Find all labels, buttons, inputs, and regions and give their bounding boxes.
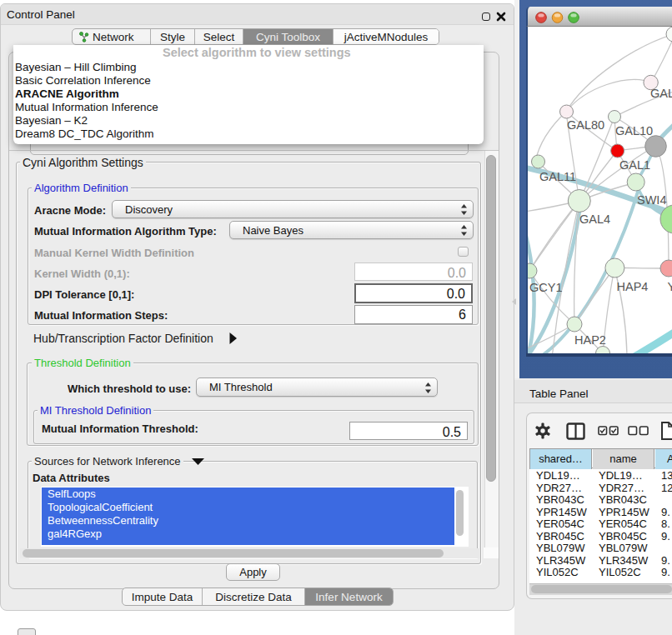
svg-text:HAP2: HAP2 <box>574 333 606 347</box>
svg-text:GAL7: GAL7 <box>650 87 672 100</box>
svg-text:GAL80: GAL80 <box>567 118 604 132</box>
svg-text:GCY1: GCY1 <box>529 281 563 294</box>
svg-text:GAL10: GAL10 <box>615 124 653 138</box>
svg-text:GAL11: GAL11 <box>539 170 576 183</box>
svg-text:HAP4: HAP4 <box>617 280 649 293</box>
svg-text:SWI4: SWI4 <box>637 193 666 207</box>
svg-text:GAL1: GAL1 <box>619 158 650 172</box>
svg-text:Y: Y <box>668 280 672 293</box>
svg-text:GAL4: GAL4 <box>579 212 610 226</box>
